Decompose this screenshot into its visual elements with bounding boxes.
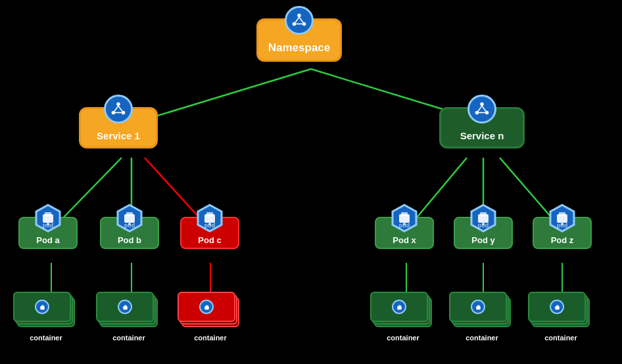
servicen-node: svc Service n <box>439 107 525 148</box>
container-c-node: container <box>178 292 243 342</box>
pod-c-node: pod Pod c <box>180 217 239 249</box>
svg-point-20 <box>116 102 120 106</box>
svg-point-22 <box>122 111 125 114</box>
svg-point-16 <box>302 22 306 26</box>
svg-point-28 <box>485 111 489 114</box>
pod-z-node: pod Pod z <box>533 217 592 249</box>
svg-line-17 <box>295 17 299 22</box>
svg-point-15 <box>293 22 296 26</box>
svg-line-29 <box>478 106 482 111</box>
svg-rect-50 <box>480 212 487 216</box>
pod-a-node: pod Pod a <box>18 217 78 249</box>
svg-point-27 <box>475 111 479 114</box>
svg-line-30 <box>482 106 486 111</box>
container-y-node: container <box>449 292 515 342</box>
svg-rect-54 <box>559 212 565 216</box>
svg-rect-46 <box>401 212 408 216</box>
svg-rect-67 <box>556 305 558 307</box>
namespace-node: ns Namespace <box>256 18 342 62</box>
svg-point-14 <box>297 14 300 17</box>
svg-rect-34 <box>45 212 51 216</box>
svg-rect-61 <box>205 305 208 307</box>
diagram: ns Namespace svc Service 1 <box>0 0 622 364</box>
svg-line-18 <box>299 17 303 22</box>
namespace-label: Namespace <box>268 41 331 55</box>
svg-point-26 <box>480 102 483 106</box>
service1-node: svc Service 1 <box>79 107 158 148</box>
svg-rect-65 <box>477 305 479 307</box>
svg-line-23 <box>114 106 118 111</box>
svg-rect-42 <box>206 212 213 216</box>
svg-rect-57 <box>41 305 43 307</box>
pod-x-node: pod Pod x <box>375 217 434 249</box>
svg-rect-38 <box>126 212 133 216</box>
svg-rect-59 <box>124 305 126 307</box>
container-x-node: container <box>370 292 436 342</box>
svg-line-0 <box>138 69 311 122</box>
pod-b-node: pod Pod b <box>100 217 159 249</box>
servicen-label: Service n <box>460 130 504 141</box>
container-b-node: container <box>96 292 162 342</box>
svg-point-21 <box>112 111 115 114</box>
container-a-node: container <box>13 292 79 342</box>
svg-line-24 <box>118 106 122 111</box>
svg-rect-63 <box>398 305 400 307</box>
service1-label: Service 1 <box>97 130 140 141</box>
container-z-node: container <box>528 292 594 342</box>
pod-y-node: pod Pod y <box>454 217 513 249</box>
